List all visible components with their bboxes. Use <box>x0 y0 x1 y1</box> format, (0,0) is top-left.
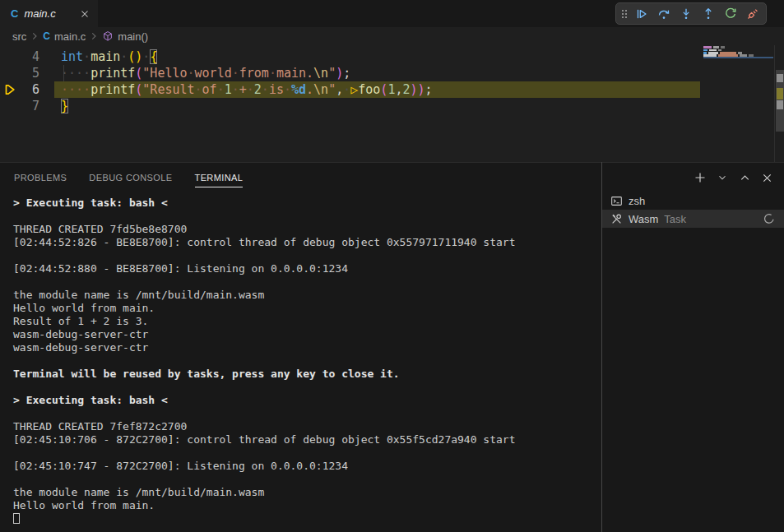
minimap-line <box>703 46 725 49</box>
terminal-line <box>13 512 515 525</box>
breadcrumb: src C main.c main() <box>0 27 148 45</box>
terminal-list-item-zsh[interactable]: zsh <box>602 192 784 210</box>
panel-tab-terminal[interactable]: TERMINAL <box>195 163 244 192</box>
step-out-button[interactable] <box>700 6 717 22</box>
terminal-line <box>13 275 515 289</box>
c-file-icon: C <box>43 31 50 41</box>
code-line[interactable]: 4int·main·()·{ <box>0 49 784 65</box>
new-terminal-button[interactable] <box>693 170 707 185</box>
overview-mark <box>777 74 783 82</box>
drag-handle-icon[interactable] <box>621 9 627 18</box>
terminal-line: [02:45:10:706 - 872C2700]: control threa… <box>13 433 515 446</box>
tools-icon <box>610 213 623 225</box>
minimap[interactable] <box>703 45 773 161</box>
terminal-line: Hello world from main. <box>13 499 515 512</box>
breadcrumb-item-symbol[interactable]: main() <box>102 30 148 43</box>
editor-tab-bar: C main.c <box>0 0 784 27</box>
terminal-line: THREAD CREATED 7fef872c2700 <box>13 420 515 433</box>
step-into-button[interactable] <box>678 6 694 22</box>
editor-scrollbar[interactable] <box>774 45 784 162</box>
minimap-slider[interactable] <box>703 57 773 58</box>
line-number: 7 <box>0 98 39 114</box>
close-tab-icon[interactable] <box>78 7 91 21</box>
code-text: } <box>61 98 68 114</box>
code-text: ····printf("Result·of·1·+·2·is·%d.\n",·▷… <box>61 81 433 98</box>
panel-actions <box>693 170 774 185</box>
chevron-right-icon <box>29 30 40 42</box>
debug-toolbar <box>615 2 767 25</box>
code-text: int·main·()·{ <box>61 49 157 65</box>
terminal-list-item-wasm-task[interactable]: Wasm Task <box>602 210 784 228</box>
close-panel-button[interactable] <box>759 170 774 185</box>
terminal-line <box>13 381 515 394</box>
code-editor[interactable]: 4int·main·()·{5····printf("Hello·world·f… <box>0 45 784 162</box>
symbol-method-icon <box>102 30 114 42</box>
vscode-window: { "tab": { "title": "main.c", "file_icon… <box>0 0 784 532</box>
minimap-line <box>703 49 721 51</box>
code-text: ····printf("Hello·world·from·main.\n"); <box>61 65 350 81</box>
c-file-icon: C <box>11 8 18 19</box>
terminal-line <box>13 446 515 460</box>
breadcrumb-item-src[interactable]: src <box>12 30 26 43</box>
terminal-output[interactable]: > Executing task: bash <THREAD CREATED 7… <box>13 197 515 525</box>
terminal-line: Terminal will be reused by tasks, press … <box>13 368 515 381</box>
terminal-dropdown-button[interactable] <box>715 170 730 185</box>
tab-title: main.c <box>24 7 78 20</box>
terminal-line: THREAD CREATED 7fd5be8e8700 <box>13 223 515 236</box>
terminal-cursor <box>13 513 20 524</box>
terminal-line: [02:45:10:747 - 872C2700]: Listening on … <box>13 460 515 473</box>
terminal-line <box>13 210 515 223</box>
terminal-line: Result of 1 + 2 is 3. <box>13 315 515 328</box>
terminal-line: [02:44:52:826 - BE8E8700]: control threa… <box>13 236 515 249</box>
maximize-panel-button[interactable] <box>737 170 752 185</box>
terminal-line: [02:44:52:880 - BE8E8700]: Listening on … <box>13 262 515 275</box>
line-number: 6 <box>0 81 39 98</box>
terminal-line: wasm-debug-server-ctr <box>13 328 515 341</box>
terminal-line: the module name is /mnt/build/main.wasm <box>13 486 515 499</box>
code-line[interactable]: 6····printf("Result·of·1·+·2·is·%d.\n",·… <box>0 81 784 98</box>
code-line[interactable]: 5····printf("Hello·world·from·main.\n"); <box>0 65 784 81</box>
line-number: 5 <box>0 65 39 81</box>
terminal-line: > Executing task: bash < <box>13 197 515 210</box>
terminal-line <box>13 249 515 262</box>
terminal-line <box>13 354 515 368</box>
line-number: 4 <box>0 49 39 65</box>
continue-button[interactable] <box>633 6 650 22</box>
panel-tab-debug-console[interactable]: DEBUG CONSOLE <box>89 163 172 192</box>
task-spinner-icon <box>763 213 775 224</box>
tab-main-c[interactable]: C main.c <box>0 0 98 27</box>
chevron-right-icon <box>88 30 100 42</box>
panel-tab-problems[interactable]: PROBLEMS <box>14 163 67 192</box>
code-lines: 4int·main·()·{5····printf("Hello·world·f… <box>0 49 784 114</box>
terminal-line: Hello world from main. <box>13 302 515 315</box>
terminal-line: > Executing task: bash < <box>13 394 515 407</box>
step-over-button[interactable] <box>656 6 672 22</box>
restart-button[interactable] <box>722 6 739 22</box>
overview-mark <box>777 100 783 109</box>
disconnect-button[interactable] <box>745 6 761 22</box>
breadcrumb-item-file[interactable]: C main.c <box>43 30 86 43</box>
terminal-icon <box>610 195 623 207</box>
terminal-line: wasm-debug-server-ctr <box>13 341 515 354</box>
overview-mark-debug-line <box>777 88 783 99</box>
terminal-line <box>13 407 515 420</box>
terminal-line: the module name is /mnt/build/main.wasm <box>13 289 515 302</box>
panel-tab-bar: PROBLEMSDEBUG CONSOLETERMINAL <box>0 163 784 192</box>
terminal-line <box>13 473 515 486</box>
terminal-list: zsh Wasm Task <box>602 192 784 228</box>
code-line[interactable]: 7} <box>0 98 784 114</box>
